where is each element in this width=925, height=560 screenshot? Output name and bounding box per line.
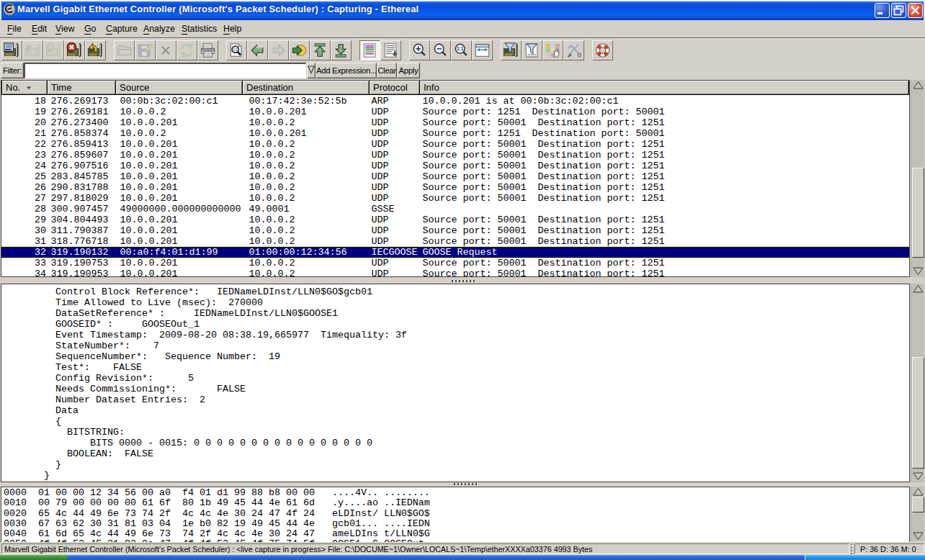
svg-text:1:1: 1:1	[457, 45, 464, 52]
